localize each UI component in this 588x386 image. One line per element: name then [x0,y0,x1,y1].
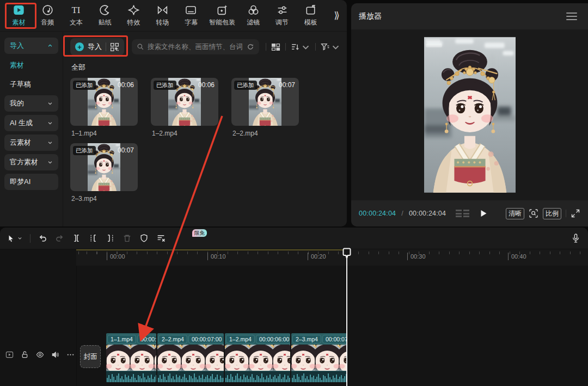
tab-label: 素材 [12,18,25,27]
duration-label: 00:06 [198,81,215,89]
mask-button[interactable] [139,234,149,243]
sidebar-group-jimeng-ai[interactable]: 即梦AI [4,174,58,190]
tab-effects[interactable]: 特效 [119,0,148,32]
limited-free-badge: 限免 [192,229,207,237]
divider [106,42,106,51]
clip-filmstrip [225,345,290,371]
select-tool[interactable] [7,234,22,243]
undo-button[interactable] [38,234,47,243]
delete-left-button[interactable] [89,234,98,243]
clip-name: 2–3.mp4 [293,335,321,343]
tab-label: 转场 [156,18,169,27]
play-button[interactable] [479,209,488,218]
sidebar-label: 子草稿 [10,79,31,89]
delete-right-button[interactable] [106,234,115,243]
chevron-down-icon [47,120,53,126]
tab-label: 滤镜 [247,18,260,27]
split-button[interactable] [72,234,81,243]
section-all[interactable]: 全部 [71,63,340,72]
video-track: 1–1.mp4 00:00:06:00 2–2.mp4 00:00:07:00 … [0,333,588,382]
timeline-clip[interactable]: 1–1.mp4 00:00:06:00 [106,333,156,382]
video-thumbnail: 已添加 00:07 [70,143,138,191]
expand-tabs-button[interactable]: ⟩⟩ [325,0,347,32]
tab-captions[interactable]: 字幕 [177,0,206,32]
file-name: 2–3.mp4 [70,195,138,203]
clip-duration: 00:00:06:00 [256,335,290,343]
tab-smart-package[interactable]: 智能包装 [205,0,239,32]
frame-list-icon[interactable] [456,210,469,217]
clip-filmstrip [106,345,156,371]
added-badge: 已添加 [73,81,96,90]
ruler-label: 00:30 [407,253,426,260]
player-controls: 00:00:24:04 / 00:00:24:04 清晰 比例 [351,200,588,226]
timeline-clip[interactable]: 2–3.mp4 00:00:07:00 [291,333,347,382]
grid-view-icon[interactable] [271,42,280,52]
player-menu-icon[interactable] [566,13,577,20]
ruler-label: 00:10 [207,253,226,260]
search-box[interactable] [132,39,259,54]
tab-filters[interactable]: 滤镜 [239,0,268,32]
search-history-icon[interactable] [247,43,254,51]
divider [285,43,286,51]
tab-label: 文本 [70,18,83,27]
tab-adjust[interactable]: 调节 [268,0,297,32]
total-time: 00:00:24:04 [409,210,446,217]
timeline-clip[interactable]: 2–2.mp4 00:00:07:00 [157,333,224,382]
preview-area [351,29,588,200]
record-voiceover-icon[interactable] [571,233,580,244]
sidebar-group-ai-generate[interactable]: AI 生成 [4,115,58,131]
tab-text[interactable]: TI 文本 [62,0,91,32]
player-panel: 播放器 00:00:24:04 / 00:00:24:04 清晰 [351,3,588,226]
divider [315,43,316,51]
tab-label: 音频 [41,18,54,27]
video-thumbnail: 已添加 00:06 [70,78,138,126]
delete-button[interactable] [122,234,132,243]
duration-extent-line [76,249,347,250]
ratio-button[interactable]: 比例 [543,208,561,219]
redo-button[interactable] [55,234,64,243]
adjust-icon [277,4,288,16]
quality-button[interactable]: 清晰 [506,208,524,219]
top-toolbar: 素材 音频 TI 文本 贴纸 [0,0,347,32]
focus-zoom-icon[interactable] [529,209,538,218]
sidebar-group-mine[interactable]: 我的 [4,95,58,112]
media-card[interactable]: 已添加 00:06 1–2.mp4 [151,78,218,137]
fullscreen-icon[interactable] [571,209,580,218]
tab-material[interactable]: 素材 [4,0,33,32]
preview-frame [424,37,516,193]
filter-menu[interactable] [321,42,340,52]
tab-transition[interactable]: 转场 [148,0,177,32]
media-card[interactable]: 已添加 00:07 2–3.mp4 [70,143,138,203]
media-card[interactable]: 已添加 00:07 2–2.mp4 [231,78,299,137]
sidebar-group-import[interactable]: 导入 [4,38,58,54]
timeline-ruler[interactable]: 00:00 00:10 00:20 00:30 00:40 [76,249,588,266]
ruler-label: 00:40 [508,253,526,260]
time-separator: / [401,210,403,217]
media-card[interactable]: 已添加 00:06 1–1.mp4 [70,78,138,137]
watermark [426,44,442,47]
clip-waveform [291,371,347,382]
file-name: 2–2.mp4 [231,130,299,137]
added-badge: 已添加 [73,146,96,155]
material-icon [13,4,24,16]
search-input[interactable] [148,43,243,51]
timeline-clip[interactable]: 1–2.mp4 00:00:06:00 [225,333,290,382]
sidebar-group-cloud-material[interactable]: 云素材 [4,134,58,151]
tab-label: 调节 [275,18,289,27]
qr-import-icon[interactable] [110,42,119,52]
text-remove-button[interactable] [156,234,166,243]
timeline-toolbar: 限免 [0,228,588,249]
import-button[interactable]: + 导入 [70,38,124,56]
sidebar-group-official-material[interactable]: 官方素材 [4,154,58,170]
tab-templates[interactable]: 模板 [296,0,325,32]
tab-audio[interactable]: 音频 [33,0,62,32]
sidebar-item-material[interactable]: 素材 [4,57,58,73]
sort-menu[interactable] [291,42,310,52]
current-time: 00:00:24:04 [359,210,396,217]
sidebar-label: 即梦AI [10,177,30,187]
sticker-icon [99,4,111,16]
sidebar-item-subdraft[interactable]: 子草稿 [4,76,58,93]
ruler-label: 00:00 [107,253,125,260]
captions-icon [185,4,197,16]
tab-sticker[interactable]: 贴纸 [90,0,119,32]
